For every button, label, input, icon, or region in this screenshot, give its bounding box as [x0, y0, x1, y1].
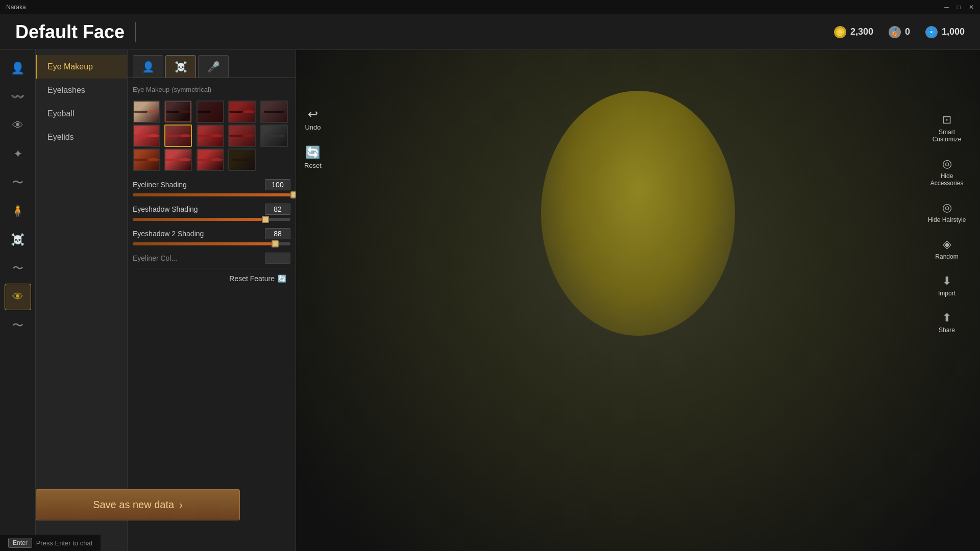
window-controls[interactable]: ─ □ ✕: [944, 4, 974, 11]
header: Default Face 🪙 2,300 🥉 0 💠 1,000: [0, 14, 980, 50]
makeup-preset-4[interactable]: [260, 101, 288, 123]
section-label: Eye Makeup (symmetrical): [133, 83, 290, 95]
tab-row: 👤 ☠️ 🎤: [128, 50, 296, 78]
eyeshadow2-shading-section: Eyeshadow 2 Shading: [133, 228, 290, 245]
eyeliner-shading-fill: [133, 193, 290, 196]
eyeshadow2-shading-fill: [133, 242, 272, 245]
makeup-preset-grid: [133, 101, 290, 171]
category-eye-makeup[interactable]: Eye Makeup: [36, 55, 127, 79]
save-arrow-icon: ›: [179, 499, 183, 511]
eyeliner-shading-value[interactable]: [265, 179, 290, 190]
currency-blue: 💠 1,000: [925, 26, 965, 38]
hide-accessories-icon: ◎: [942, 157, 952, 170]
share-icon: ⬆: [942, 311, 951, 324]
section-subtitle: (symmetrical): [172, 86, 211, 93]
reset-feature-row: Reset Feature 🔄: [133, 268, 290, 289]
eyeshadow-shading-thumb[interactable]: [262, 216, 269, 223]
blue-amount: 1,000: [942, 27, 965, 37]
makeup-preset-5[interactable]: [133, 124, 160, 147]
makeup-preset-7[interactable]: [197, 124, 224, 147]
page-title: Default Face: [15, 21, 125, 43]
hide-accessories-button[interactable]: ◎ Hide Accessories: [924, 155, 970, 189]
smart-customize-button[interactable]: ⊡ Smart Customize: [924, 111, 970, 145]
import-icon: ⬇: [942, 274, 951, 288]
currency-display: 🪙 2,300 🥉 0 💠 1,000: [834, 26, 965, 38]
eyeshadow-shading-section: Eyeshadow Shading: [133, 204, 290, 221]
share-button[interactable]: ⬆ Share: [924, 309, 970, 336]
sidebar-item-eye[interactable]: 👁: [5, 112, 31, 139]
makeup-preset-1[interactable]: [164, 101, 192, 123]
sidebar-item-body[interactable]: 🧍: [5, 198, 31, 224]
character-face-glow: [541, 91, 735, 336]
category-panel: Eye Makeup Eyelashes Eyeball Eyelids: [36, 50, 128, 551]
character-viewport: ⊡ Smart Customize ◎ Hide Accessories ◎ H…: [296, 50, 980, 551]
eyeliner-color-label: Eyeliner Col...: [133, 254, 177, 262]
eyeshadow-shading-track[interactable]: [133, 218, 290, 221]
silver-amount: 0: [905, 27, 910, 37]
eyeshadow2-shading-value[interactable]: [265, 228, 290, 239]
random-button[interactable]: ◈ Random: [924, 236, 970, 262]
save-btn-container: Save as new data ›: [36, 489, 240, 520]
random-icon: ◈: [943, 238, 951, 251]
makeup-preset-8[interactable]: [228, 124, 256, 147]
character-background: [296, 50, 980, 551]
eyeshadow-shading-label: Eyeshadow Shading: [133, 205, 198, 213]
save-as-new-data-button[interactable]: Save as new data ›: [36, 489, 240, 520]
tab-face[interactable]: 👤: [133, 55, 163, 78]
maximize-button[interactable]: □: [957, 4, 961, 11]
sidebar-item-eye-makeup[interactable]: 👁: [5, 284, 31, 310]
sidebar-item-star[interactable]: ✦: [5, 141, 31, 167]
makeup-preset-2[interactable]: [197, 101, 224, 123]
sidebar-item-face[interactable]: 👤: [5, 55, 31, 82]
sidebar-item-brow[interactable]: 〰️: [5, 84, 31, 110]
import-button[interactable]: ⬇ Import: [924, 272, 970, 299]
makeup-preset-9[interactable]: [260, 124, 288, 147]
makeup-preset-3[interactable]: [228, 101, 256, 123]
undo-button[interactable]: ↩ Undo: [300, 105, 326, 133]
smart-customize-icon: ⊡: [942, 113, 951, 127]
makeup-preset-13[interactable]: [228, 148, 256, 171]
eyeshadow-shading-fill: [133, 218, 262, 221]
eyeliner-color-value[interactable]: [265, 253, 290, 264]
eyeshadow-shading-value[interactable]: [265, 204, 290, 215]
eyeliner-shading-track[interactable]: [133, 193, 290, 196]
reset-feature-icon: 🔄: [278, 274, 286, 283]
eyeliner-shading-label: Eyeliner Shading: [133, 181, 187, 189]
makeup-preset-11[interactable]: [164, 148, 192, 171]
sidebar-item-hair[interactable]: 〜: [5, 255, 31, 282]
makeup-preset-0[interactable]: [133, 101, 160, 123]
makeup-preset-10[interactable]: [133, 148, 160, 171]
chat-hint-text: Press Enter to chat: [36, 539, 93, 547]
eyeliner-color-header: Eyeliner Col...: [133, 253, 290, 264]
undo-icon: ↩: [308, 107, 318, 121]
tab-skull[interactable]: ☠️: [165, 55, 196, 78]
sidebar-item-lips[interactable]: 〜: [5, 169, 31, 196]
sidebar-item-skull[interactable]: ☠️: [5, 227, 31, 253]
hide-accessories-label: Hide Accessories: [926, 172, 968, 187]
minimize-button[interactable]: ─: [944, 4, 949, 11]
eyeliner-shading-thumb[interactable]: [290, 191, 296, 198]
close-button[interactable]: ✕: [969, 4, 974, 11]
tab-mic[interactable]: 🎤: [198, 55, 229, 78]
sidebar-item-misc[interactable]: 〜: [5, 312, 31, 339]
reset-feature-button[interactable]: Reset Feature 🔄: [225, 272, 290, 285]
currency-gold: 🪙 2,300: [834, 26, 873, 38]
sidebar-icons: 👤 〰️ 👁 ✦ 〜 🧍 ☠️ 〜 👁 〜: [0, 50, 36, 551]
reset-button[interactable]: 🔄 Reset: [300, 143, 326, 171]
category-eyeball[interactable]: Eyeball: [36, 102, 127, 126]
eyeshadow2-shading-track[interactable]: [133, 242, 290, 245]
makeup-preset-6[interactable]: [164, 124, 192, 147]
category-eyelashes[interactable]: Eyelashes: [36, 79, 127, 102]
category-eyelids[interactable]: Eyelids: [36, 126, 127, 149]
makeup-preset-12[interactable]: [197, 148, 224, 171]
eyeshadow2-shading-thumb[interactable]: [272, 240, 279, 247]
eyeshadow-shading-header: Eyeshadow Shading: [133, 204, 290, 215]
save-label: Save as new data: [93, 499, 174, 511]
title-bar: Naraka ─ □ ✕: [0, 0, 980, 14]
eyeliner-shading-section: Eyeliner Shading: [133, 179, 290, 196]
smart-customize-label: Smart Customize: [926, 129, 968, 143]
gold-icon: 🪙: [834, 26, 846, 38]
eyeshadow2-shading-header: Eyeshadow 2 Shading: [133, 228, 290, 239]
hide-hairstyle-button[interactable]: ◎ Hide Hairstyle: [924, 199, 970, 226]
eyeliner-shading-header: Eyeliner Shading: [133, 179, 290, 190]
